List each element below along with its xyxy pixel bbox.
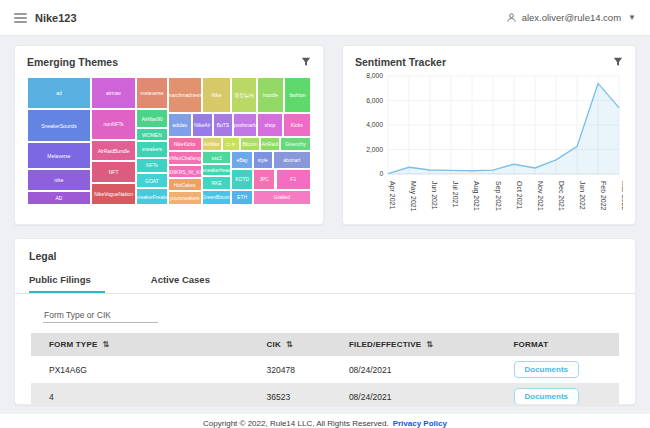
- filings-table: FORM TYPE⇅CIK⇅FILED/EFFECTIVE⇅FORMAT PX1…: [31, 333, 619, 405]
- treemap-tile[interactable]: NikeKicks: [168, 137, 202, 151]
- table-cell: 4: [31, 383, 249, 405]
- sentiment-chart: 02,0004,0006,0008,000Apr 2021May 2021Jun…: [355, 70, 623, 218]
- treemap-tile[interactable]: AirRaidBundle: [91, 140, 136, 162]
- sentiment-line-chart: 02,0004,0006,0008,000Apr 2021May 2021Jun…: [355, 70, 623, 218]
- treemap-tile[interactable]: Metaverse: [27, 142, 91, 169]
- column-header-filed-effective[interactable]: FILED/EFFECTIVE⇅: [331, 333, 496, 356]
- treemap-tile[interactable]: Kicks: [283, 113, 311, 137]
- filter-icon[interactable]: [301, 57, 311, 67]
- treemap-tile[interactable]: Nike: [202, 77, 232, 113]
- treemap-tile[interactable]: adidas: [168, 113, 192, 137]
- treemap-tile[interactable]: AirRaid: [260, 137, 280, 151]
- brand-title: Nike123: [35, 12, 77, 24]
- treemap-tile[interactable]: ETH: [231, 190, 252, 205]
- sentiment-tracker-title: Sentiment Tracker: [355, 56, 446, 68]
- treemap-tile[interactable]: HotCakes: [168, 178, 202, 191]
- treemap-tile[interactable]: shop: [257, 113, 283, 137]
- top-navbar: Nike123 alex.oliver@rule14.com ▼: [0, 0, 650, 36]
- svg-text:Feb 2022: Feb 2022: [600, 181, 607, 211]
- treemap-tile[interactable]: WOMEN: [136, 128, 167, 141]
- privacy-policy-link[interactable]: Privacy Policy: [393, 419, 447, 428]
- treemap-tile[interactable]: F1: [276, 169, 312, 189]
- treemap-tile[interactable]: nike: [27, 169, 91, 191]
- svg-text:Jun 2021: Jun 2021: [431, 181, 438, 210]
- treemap-tile[interactable]: Givenchy: [280, 137, 311, 151]
- tab-public-filings[interactable]: Public Filings: [29, 270, 105, 293]
- svg-text:May 2021: May 2021: [409, 181, 417, 212]
- treemap-tile[interactable]: ssc2: [202, 151, 232, 164]
- user-menu[interactable]: alex.oliver@rule14.com ▼: [506, 12, 636, 23]
- column-header-format: FORMAT: [496, 333, 620, 356]
- svg-text:Jan 2022: Jan 2022: [579, 181, 586, 210]
- treemap-tile[interactable]: SNKRS_NI_KI: [168, 165, 202, 178]
- table-cell: 08/24/2021: [331, 356, 496, 383]
- treemap-tile[interactable]: metaverse: [136, 77, 167, 109]
- svg-text:Mar 2022: Mar 2022: [621, 181, 623, 211]
- treemap-tile[interactable]: ad: [27, 77, 91, 109]
- treemap-tile[interactable]: hoodie: [257, 77, 284, 113]
- sort-icon[interactable]: ⇅: [102, 340, 109, 349]
- svg-text:6,000: 6,000: [366, 97, 383, 104]
- user-email: alex.oliver@rule14.com: [522, 12, 621, 23]
- treemap-tile[interactable]: NikeVogueNation: [91, 183, 136, 205]
- treemap-tile[interactable]: ニキ: [222, 137, 240, 151]
- treemap-tile[interactable]: yoursneakers: [168, 191, 202, 205]
- table-cell: 36523: [249, 383, 331, 405]
- main-content: Emerging Themes adSneakerSoundsMetaverse…: [0, 36, 650, 405]
- column-header-cik[interactable]: CIK⇅: [249, 333, 331, 356]
- legal-tabs: Public FilingsActive Cases: [15, 270, 635, 294]
- filings-table-header: FORM TYPE⇅CIK⇅FILED/EFFECTIVE⇅FORMAT: [31, 333, 619, 356]
- svg-text:2,000: 2,000: [366, 146, 383, 153]
- documents-button[interactable]: Documents: [514, 388, 580, 405]
- treemap-tile[interactable]: AD: [27, 191, 91, 205]
- svg-text:Jul 2021: Jul 2021: [452, 181, 459, 208]
- legal-card: Legal Public FilingsActive Cases FORM TY…: [14, 238, 636, 405]
- sort-icon[interactable]: ⇅: [426, 340, 433, 349]
- treemap-tile[interactable]: SneakerFreaker: [136, 188, 167, 205]
- documents-button[interactable]: Documents: [514, 361, 580, 378]
- svg-text:Aug 2021: Aug 2021: [473, 181, 481, 211]
- form-type-cik-input[interactable]: [43, 308, 158, 323]
- treemap-tile[interactable]: 랭킹일위: [231, 77, 257, 113]
- treemap-tile[interactable]: style: [253, 151, 273, 169]
- svg-text:Dec 2021: Dec 2021: [558, 181, 565, 211]
- treemap-tile[interactable]: nonNFTs: [91, 109, 136, 140]
- treemap-tile[interactable]: GOAT: [136, 173, 167, 188]
- tab-active-cases[interactable]: Active Cases: [151, 270, 224, 293]
- svg-text:4,000: 4,000: [366, 121, 383, 128]
- treemap-tile[interactable]: marchmadness: [168, 77, 202, 113]
- themes-treemap: adSneakerSoundsMetaversenikeADairmaxnonN…: [27, 77, 311, 205]
- treemap-tile[interactable]: RKE: [202, 176, 232, 190]
- filter-icon[interactable]: [613, 57, 623, 67]
- treemap-tile[interactable]: BoTS: [213, 113, 233, 137]
- treemap-tile[interactable]: KOTD: [231, 169, 252, 189]
- treemap-tile[interactable]: AirMaxChallenge: [168, 151, 202, 165]
- treemap-tile[interactable]: AirMax: [202, 137, 222, 151]
- treemap-tile[interactable]: NFT: [91, 161, 136, 183]
- column-header-form-type[interactable]: FORM TYPE⇅: [31, 333, 249, 356]
- treemap-tile[interactable]: poshmark: [233, 113, 257, 137]
- treemap-tile[interactable]: GreenBitcoin: [202, 190, 232, 205]
- table-cell: PX14A6G: [31, 356, 249, 383]
- svg-text:0: 0: [379, 170, 383, 177]
- treemap-tile[interactable]: JPC: [253, 169, 276, 189]
- hamburger-menu-icon[interactable]: [14, 13, 27, 23]
- treemap-tile[interactable]: NikeAir: [192, 113, 213, 137]
- treemap-tile[interactable]: sneakerhead: [202, 164, 232, 176]
- copyright-text: Copyright © 2022, Rule14 LLC, All Rights…: [203, 419, 389, 428]
- treemap-tile[interactable]: Bitcoin: [240, 137, 260, 151]
- treemap-tile[interactable]: fashion: [284, 77, 311, 113]
- table-row: 43652308/24/2021Documents: [31, 383, 619, 405]
- page: Nike123 alex.oliver@rule14.com ▼ Emergin…: [0, 0, 650, 428]
- treemap-tile[interactable]: NFTs: [136, 158, 167, 173]
- user-icon: [506, 12, 517, 23]
- treemap-tile[interactable]: eBay: [231, 151, 252, 169]
- svg-text:Oct 2021: Oct 2021: [516, 181, 523, 209]
- treemap-tile[interactable]: SneakerSounds: [27, 109, 91, 142]
- sort-icon[interactable]: ⇅: [286, 340, 293, 349]
- treemap-tile[interactable]: airmax: [91, 77, 136, 109]
- treemap-tile[interactable]: sneakers: [136, 141, 167, 158]
- treemap-tile[interactable]: AirMax90: [136, 109, 167, 128]
- treemap-tile[interactable]: Grailed: [253, 190, 311, 205]
- treemap-tile[interactable]: abonart: [273, 151, 311, 169]
